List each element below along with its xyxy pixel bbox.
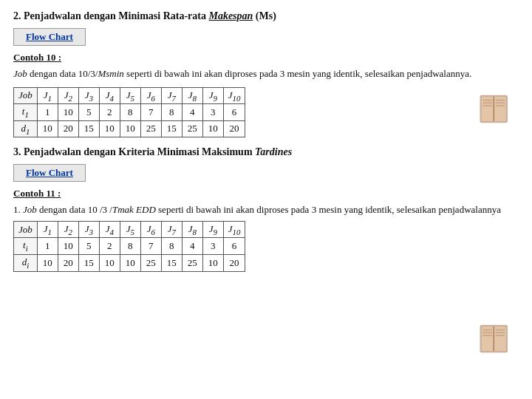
svg-rect-15 [496,330,505,331]
col-header-j10: J10 [223,87,245,104]
t3-col-header-j2: J2 [58,221,78,238]
row-d1-val5: 10 [120,120,140,137]
svg-rect-16 [496,332,505,334]
row-d1-val8: 25 [182,120,202,137]
t3-row-ti-val8: 4 [182,238,202,255]
svg-rect-5 [482,105,492,106]
row-d1-val6: 25 [140,120,161,137]
row-t1-val4: 2 [99,104,120,121]
t3-col-header-j8: J8 [182,221,202,238]
row-t1-val3: 5 [78,104,99,121]
col-header-j2: J2 [58,87,78,104]
section3-heading: 3. Penjadwalan dengan Kriteria Minimasi … [13,146,519,158]
section3-heading-plain: 3. Penjadwalan dengan Kriteria Minimasi … [13,146,255,157]
row-d1-val7: 15 [161,120,182,137]
col-header-j3: J3 [78,87,99,104]
sub-item-after: seperti di bawah ini akan diproses pada … [156,204,501,215]
t3-row-ti-val4: 2 [99,238,120,255]
t3-row-ti-val1: 1 [37,238,58,255]
t3-row-ti-val6: 7 [140,238,161,255]
t3-col-header-j5: J5 [120,221,140,238]
table3-row-header: Job J1 J2 J3 J4 J5 J6 J7 J8 J9 J10 [14,221,245,238]
book-icon-top [474,89,519,132]
section-3: 3. Penjadwalan dengan Kriteria Minimasi … [13,146,519,271]
table3-row-di: di 10 20 15 10 10 25 15 25 10 20 [14,254,245,271]
t3-col-header-j7: J7 [161,221,182,238]
t3-row-di-val6: 25 [140,254,161,271]
t3-row-ti-val7: 8 [161,238,182,255]
col-header-j1: J1 [37,87,58,104]
t3-row-ti-val9: 3 [202,238,223,255]
t3-row-di-val4: 10 [99,254,120,271]
col-header-j4: J4 [99,87,120,104]
t3-row-di-val3: 15 [78,254,99,271]
sub-item-text: dengan data 10 /3 / [37,204,112,215]
section3-heading-italic: Tardines [255,146,292,157]
t3-col-header-job: Job [14,221,38,238]
section2-heading-plain: 2. Penjadwalan dengan Minimasi Rata-rata [13,10,208,21]
sub-item-tmak: Tmak EDD [112,204,156,215]
row-t1-val9: 3 [202,104,223,121]
sub-item-number: 1. [13,204,23,215]
desc-text2: seperti di bawah ini akan diproses pada … [124,68,471,79]
t3-row-di-val10: 20 [223,254,245,271]
t3-row-di-val1: 10 [37,254,58,271]
t3-row-ti-label: ti [14,238,38,255]
table-section2: Job J1 J2 J3 J4 J5 J6 J7 J8 J9 J10 t1 1 … [13,87,245,138]
row-d1-val3: 15 [78,120,99,137]
flowchart-label-2: Flow Chart [26,167,73,178]
t3-col-header-j3: J3 [78,221,99,238]
table-row-d1: d1 10 20 15 10 10 25 15 25 10 20 [14,120,245,137]
svg-rect-7 [496,103,505,104]
row-t1-val1: 1 [37,104,58,121]
table-row-header: Job J1 J2 J3 J4 J5 J6 J7 J8 J9 J10 [14,87,245,104]
t3-row-di-val9: 10 [202,254,223,271]
t3-col-header-j9: J9 [202,221,223,238]
svg-rect-14 [482,335,492,336]
row-t1-val7: 8 [161,104,182,121]
t3-row-ti-val10: 6 [223,238,245,255]
flowchart-btn-1[interactable]: Flow Chart [13,28,86,46]
sub-item-job: Job [23,204,37,215]
svg-rect-13 [482,332,492,334]
row-d1-val1: 10 [37,120,58,137]
row-t1-val8: 4 [182,104,202,121]
row-t1-val5: 8 [120,104,140,121]
svg-rect-12 [482,330,492,331]
t3-row-ti-val2: 10 [58,238,78,255]
section2-heading-end: (Ms) [253,10,276,21]
desc-msmin: Msmin [98,68,123,79]
t3-col-header-j4: J4 [99,221,120,238]
row-t1-label: t1 [14,104,38,121]
svg-rect-6 [496,100,505,101]
section-2: 2. Penjadwalan dengan Minimasi Rata-rata… [13,10,519,137]
t3-row-di-val8: 25 [182,254,202,271]
col-header-j7: J7 [161,87,182,104]
t3-row-di-val2: 20 [58,254,78,271]
contoh-label-2: Contoh 11 : [13,188,519,200]
desc-text1: dengan data 10/3/ [27,68,98,79]
t3-row-di-label: di [14,254,38,271]
table-row-t1: t1 1 10 5 2 8 7 8 4 3 6 [14,104,245,121]
svg-rect-4 [482,103,492,104]
row-d1-val2: 20 [58,120,78,137]
table-section3: Job J1 J2 J3 J4 J5 J6 J7 J8 J9 J10 ti 1 … [13,221,245,272]
t3-col-header-j6: J6 [140,221,161,238]
row-t1-val6: 7 [140,104,161,121]
t3-row-di-val7: 15 [161,254,182,271]
table3-row-ti: ti 1 10 5 2 8 7 8 4 3 6 [14,238,245,255]
contoh-label-1: Contoh 10 : [13,52,519,64]
col-header-j5: J5 [120,87,140,104]
col-header-j6: J6 [140,87,161,104]
t3-row-ti-val3: 5 [78,238,99,255]
section2-description: Job dengan data 10/3/Msmin seperti di ba… [13,66,519,81]
page: 2. Penjadwalan dengan Minimasi Rata-rata… [0,0,532,399]
section2-heading: 2. Penjadwalan dengan Minimasi Rata-rata… [13,10,519,22]
col-header-job: Job [14,87,38,104]
svg-rect-8 [496,105,505,106]
section3-sub-item: 1. Job dengan data 10 /3 /Tmak EDD seper… [13,202,519,217]
row-d1-val4: 10 [99,120,120,137]
row-t1-val10: 6 [223,104,245,121]
t3-row-ti-val5: 8 [120,238,140,255]
flowchart-btn-2[interactable]: Flow Chart [13,164,86,182]
